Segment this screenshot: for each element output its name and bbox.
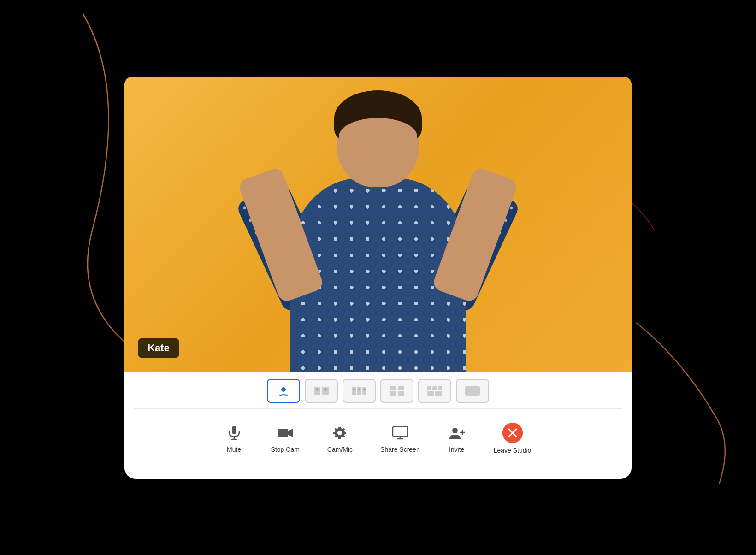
layout-single[interactable] — [267, 379, 300, 403]
add-person-icon — [448, 424, 466, 442]
svg-point-3 — [316, 388, 319, 391]
controls-bar: Mute Stop Cam Cam/Mic — [124, 409, 632, 470]
gear-icon — [331, 424, 349, 442]
svg-point-0 — [281, 387, 286, 392]
svg-rect-24 — [278, 429, 288, 437]
svg-rect-5 — [352, 387, 356, 395]
svg-rect-19 — [435, 391, 442, 396]
layout-2up[interactable] — [305, 379, 338, 403]
svg-rect-18 — [427, 391, 434, 396]
svg-rect-26 — [393, 426, 408, 437]
svg-rect-15 — [427, 386, 431, 390]
cam-mic-button[interactable]: Cam/Mic — [313, 418, 366, 459]
layout-5up[interactable] — [418, 379, 451, 403]
cam-mic-label: Cam/Mic — [327, 446, 353, 453]
stop-cam-label: Stop Cam — [271, 446, 300, 453]
svg-rect-13 — [390, 391, 396, 396]
svg-rect-20 — [465, 386, 480, 396]
svg-point-4 — [324, 388, 327, 391]
participant-name-badge: Kate — [138, 338, 179, 358]
mute-label: Mute — [227, 446, 241, 453]
close-circle-icon — [502, 423, 523, 443]
mic-icon — [225, 424, 243, 442]
leave-studio-label: Leave Studio — [494, 447, 532, 454]
monitor-icon — [391, 424, 409, 442]
studio-container: Kate — [124, 77, 632, 479]
svg-rect-7 — [362, 387, 366, 395]
layout-4up[interactable] — [380, 379, 413, 403]
layout-selector — [124, 372, 632, 408]
invite-button[interactable]: Invite — [434, 418, 480, 459]
svg-rect-14 — [398, 391, 404, 396]
video-feed: Kate — [124, 77, 632, 372]
svg-rect-16 — [432, 386, 437, 390]
svg-point-10 — [363, 388, 366, 390]
layout-3up[interactable] — [343, 379, 376, 403]
mute-button[interactable]: Mute — [211, 418, 257, 459]
svg-rect-6 — [357, 387, 361, 395]
svg-point-9 — [358, 388, 360, 390]
stop-cam-button[interactable]: Stop Cam — [257, 418, 313, 459]
invite-label: Invite — [449, 446, 464, 453]
share-screen-button[interactable]: Share Screen — [366, 418, 434, 459]
svg-rect-11 — [390, 386, 396, 390]
svg-point-29 — [452, 428, 458, 433]
video-area: Kate — [124, 77, 632, 372]
layout-blank[interactable] — [456, 379, 489, 403]
svg-point-25 — [337, 431, 342, 435]
svg-rect-21 — [232, 426, 236, 434]
leave-studio-button[interactable]: Leave Studio — [480, 417, 545, 460]
participant-video — [240, 77, 516, 372]
svg-rect-17 — [438, 386, 442, 390]
svg-point-8 — [353, 388, 355, 390]
svg-rect-12 — [398, 386, 404, 390]
camera-icon — [276, 424, 295, 442]
share-screen-label: Share Screen — [380, 446, 420, 453]
